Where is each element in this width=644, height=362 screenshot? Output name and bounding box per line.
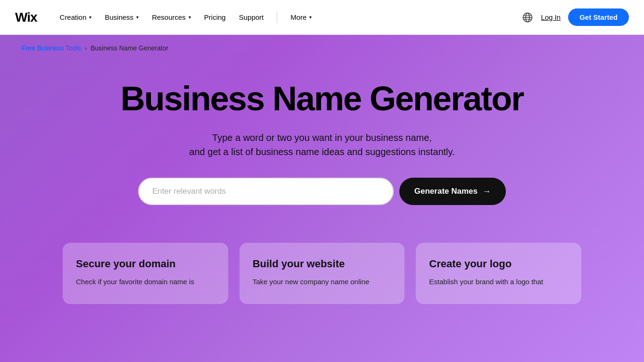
- nav-more[interactable]: More ▾: [285, 9, 317, 25]
- nav-resources[interactable]: Resources ▾: [146, 9, 197, 25]
- card-website-desc: Take your new company name online: [253, 277, 392, 288]
- cards-row: Secure your domain Check if your favorit…: [63, 243, 581, 304]
- chevron-down-icon: ▾: [189, 15, 191, 20]
- nav-creation[interactable]: Creation ▾: [54, 9, 98, 25]
- generate-button[interactable]: Generate Names →: [399, 178, 506, 205]
- chevron-down-icon: ▾: [136, 15, 139, 20]
- hero-title: Business Name Generator: [121, 80, 523, 117]
- hero-section: Free Business Tools › Business Name Gene…: [0, 35, 644, 362]
- search-bar: Generate Names →: [138, 178, 506, 205]
- card-logo-desc: Establish your brand with a logo that: [429, 277, 568, 288]
- nav-right: Log In Get Started: [522, 8, 629, 26]
- search-input[interactable]: [138, 178, 394, 205]
- nav-business[interactable]: Business ▾: [99, 9, 144, 25]
- card-logo: Create your logo Establish your brand wi…: [416, 243, 581, 304]
- login-button[interactable]: Log In: [541, 13, 561, 21]
- nav-support[interactable]: Support: [233, 9, 270, 25]
- breadcrumb-current: Business Name Generator: [91, 44, 168, 52]
- globe-icon[interactable]: [522, 12, 533, 23]
- card-domain-desc: Check if your favorite domain name is: [76, 277, 215, 288]
- hero-subtitle: Type a word or two you want in your busi…: [189, 131, 454, 159]
- breadcrumb-separator: ›: [85, 45, 87, 52]
- nav-pricing[interactable]: Pricing: [198, 9, 231, 25]
- card-website: Build your website Take your new company…: [239, 243, 405, 304]
- chevron-down-icon: ▾: [89, 15, 91, 20]
- breadcrumb: Free Business Tools › Business Name Gene…: [15, 35, 175, 61]
- get-started-button[interactable]: Get Started: [568, 8, 629, 26]
- hero-content: Business Name Generator Type a word or t…: [121, 80, 523, 205]
- nav-links: Creation ▾ Business ▾ Resources ▾ Pricin…: [54, 9, 522, 25]
- chevron-down-icon: ▾: [309, 15, 312, 20]
- card-website-title: Build your website: [253, 258, 392, 270]
- breadcrumb-link[interactable]: Free Business Tools: [22, 44, 81, 52]
- wix-logo[interactable]: Wix: [15, 10, 37, 25]
- card-domain: Secure your domain Check if your favorit…: [63, 243, 228, 304]
- navbar: Wix Creation ▾ Business ▾ Resources ▾ Pr…: [0, 0, 644, 35]
- arrow-icon: →: [482, 187, 491, 197]
- card-logo-title: Create your logo: [429, 258, 568, 270]
- card-domain-title: Secure your domain: [76, 258, 215, 270]
- nav-divider: [277, 12, 277, 23]
